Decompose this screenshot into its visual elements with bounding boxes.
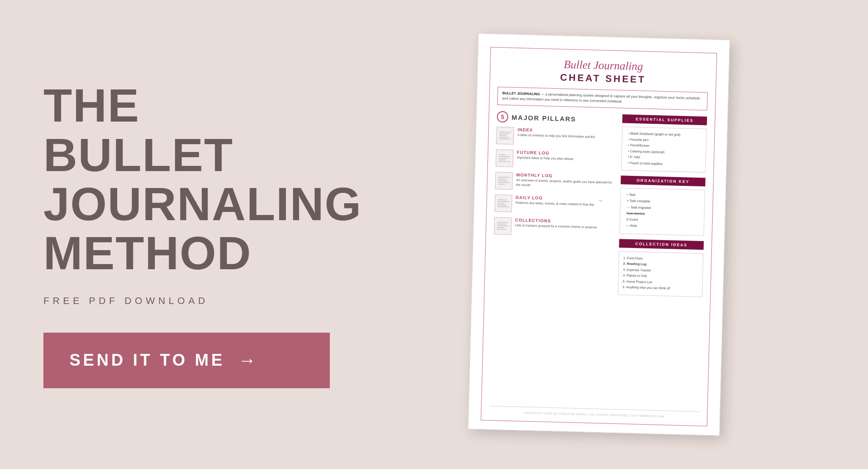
- pillar-daily-log: DAILY LOG Features any tasks, events, & …: [494, 195, 615, 215]
- pillar-text-monthly-log: MONTHLY LOG An overview of events, proje…: [516, 172, 616, 190]
- cheat-sheet-inner: Bullet Journaling CHEAT SHEET BULLET JOU…: [481, 47, 717, 426]
- pillar-desc-monthly-log: An overview of events, projects, and/or …: [516, 178, 615, 190]
- collection-header: COLLECTION IDEAS: [619, 239, 704, 250]
- pillar-text-future-log: FUTURE LOG Important dates to help you p…: [516, 150, 573, 162]
- left-column: 5 MAJOR PILLARS: [490, 111, 618, 409]
- pillar-text-index: INDEX A table of contents to help you fi…: [517, 127, 595, 139]
- pillar-text-daily-log: DAILY LOG Features any tasks, events, & …: [516, 195, 595, 207]
- collection-item-anything-else: Anything else you can think of!: [626, 284, 698, 292]
- subtitle: FREE PDF DOWNLOAD: [43, 295, 304, 307]
- arrow-deco: →: [598, 197, 603, 205]
- pillar-text-collections: COLLECTIONS Lists & trackers grouped by …: [515, 218, 597, 230]
- pillar-name-future-log: FUTURE LOG: [517, 150, 573, 156]
- definition-box: BULLET JOURNALING — a personalized plann…: [497, 87, 708, 111]
- pillar-monthly-log: MONTHLY LOG An overview of events, proje…: [495, 172, 616, 192]
- collection-list: Food Diary Reading Log Expense Tracker P…: [618, 251, 704, 297]
- pillar-future-log: FUTURE LOG Important dates to help you p…: [496, 149, 616, 170]
- org-key-header: ORGANIZATION KEY: [621, 175, 705, 186]
- arrow-right-icon: →: [238, 350, 259, 371]
- supplies-list: Blank Notebook (graph or dot grid) Favor…: [621, 126, 707, 172]
- pillars-number: 5: [497, 111, 509, 123]
- pillars-label: MAJOR PILLARS: [512, 113, 576, 122]
- pillar-desc-daily-log: Features any tasks, events, & notes rela…: [516, 201, 595, 207]
- cheat-sheet-document: Bullet Journaling CHEAT SHEET BULLET JOU…: [468, 33, 730, 436]
- right-section: Bullet Journaling CHEAT SHEET BULLET JOU…: [339, 0, 868, 469]
- pillar-desc-index: A table of contents to help you find inf…: [517, 133, 595, 139]
- pillar-icon-daily-log: [494, 195, 512, 212]
- pillar-desc-future-log: Important dates to help you plan ahead: [516, 155, 573, 162]
- cta-button-label: SEND IT TO ME: [69, 351, 225, 370]
- title-line-2: JOURNALING: [43, 178, 362, 230]
- two-column-layout: 5 MAJOR PILLARS: [490, 111, 707, 411]
- pillar-icon-collections: [494, 217, 512, 235]
- pillar-icon-monthly-log: [495, 172, 513, 190]
- pillar-index: INDEX A table of contents to help you fi…: [496, 127, 617, 147]
- right-column: ESSENTIAL SUPPLIES Blank Notebook (graph…: [615, 114, 707, 411]
- left-section: THE BULLET JOURNALING METHOD FREE PDF DO…: [0, 0, 339, 469]
- org-key-box: • Task × Task complete → Task migrated T…: [619, 188, 705, 236]
- main-title: THE BULLET JOURNALING METHOD: [43, 81, 304, 278]
- title-line-1: THE BULLET: [43, 79, 233, 181]
- supplies-header: ESSENTIAL SUPPLIES: [622, 114, 707, 125]
- pillar-icon-future-log: [496, 149, 513, 167]
- pillar-collections: COLLECTIONS Lists & trackers grouped by …: [494, 217, 615, 238]
- pillar-desc-collections: Lists & trackers grouped by a common the…: [515, 223, 597, 230]
- title-line-3: METHOD: [43, 227, 252, 279]
- key-note: — Note: [626, 223, 699, 231]
- pillars-header: 5 MAJOR PILLARS: [497, 111, 618, 126]
- send-it-to-me-button[interactable]: SEND IT TO ME →: [43, 333, 330, 388]
- pillar-icon-index: [496, 127, 514, 145]
- definition-bold: BULLET JOURNALING: [502, 91, 540, 96]
